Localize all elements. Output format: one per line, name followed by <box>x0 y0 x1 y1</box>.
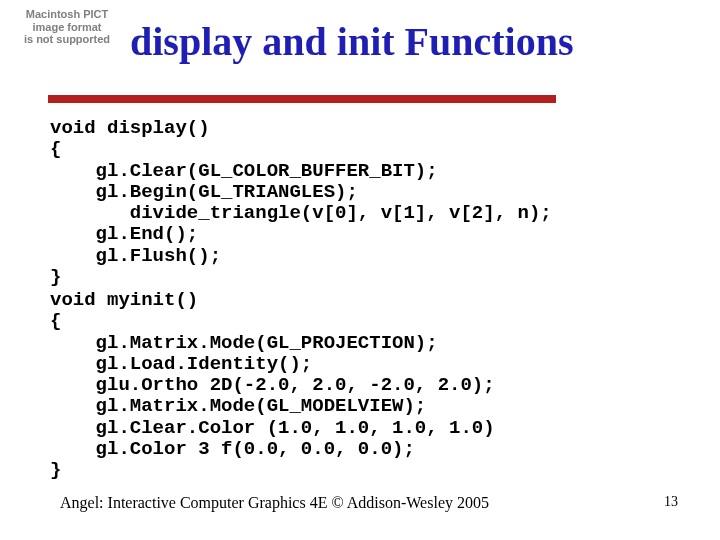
code-display-function: void display() { gl.Clear(GL_COLOR_BUFFE… <box>50 118 552 288</box>
footer-citation: Angel: Interactive Computer Graphics 4E … <box>60 494 489 512</box>
placeholder-line2: image format <box>32 21 101 33</box>
slide-title: display and init Functions <box>130 18 574 65</box>
slide: Macintosh PICT image format is not suppo… <box>0 0 720 540</box>
placeholder-line1: Macintosh PICT <box>26 8 109 20</box>
page-number: 13 <box>664 494 678 510</box>
title-underline <box>48 95 556 103</box>
missing-image-placeholder: Macintosh PICT image format is not suppo… <box>12 8 122 46</box>
code-init-function: void myinit() { gl.Matrix.Mode(GL_PROJEC… <box>50 290 495 481</box>
placeholder-line3: is not supported <box>24 33 110 45</box>
